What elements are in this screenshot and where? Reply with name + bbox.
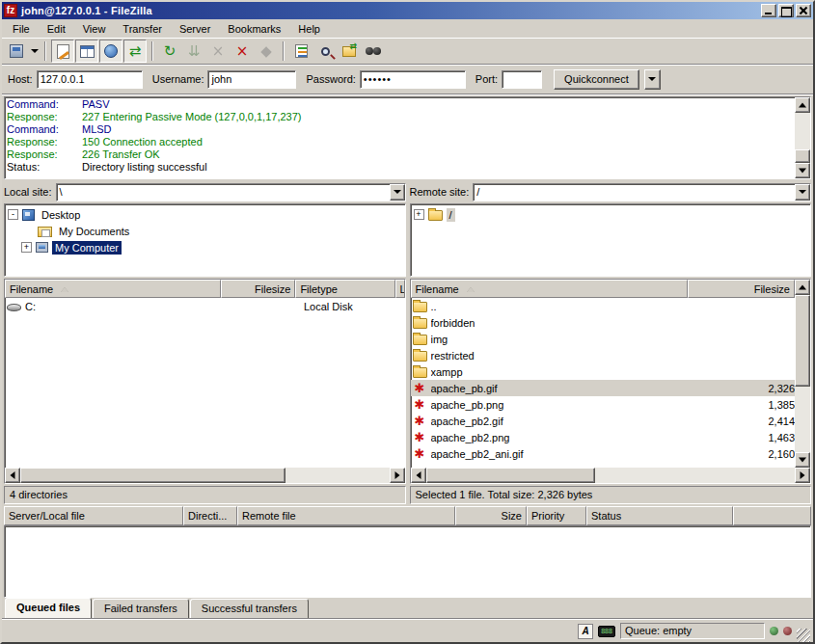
- reconnect-icon: ◆: [260, 44, 272, 59]
- tree-item-desktop[interactable]: - Desktop: [8, 206, 404, 223]
- menu-edit[interactable]: Edit: [39, 20, 74, 38]
- image-file-icon: ✱: [413, 398, 427, 411]
- toggle-queue-button[interactable]: ⇄: [123, 40, 147, 63]
- scroll-down-button[interactable]: [795, 452, 810, 468]
- scroll-right-button[interactable]: [795, 468, 810, 483]
- tab-failed-transfers[interactable]: Failed transfers: [93, 599, 189, 619]
- toggle-remote-tree-button[interactable]: [99, 40, 122, 63]
- quickconnect-bar: Host: Username: Password: Port: Quickcon…: [2, 65, 813, 94]
- disconnect-button[interactable]: ×: [231, 40, 254, 63]
- synchronized-browsing-button[interactable]: [362, 40, 385, 63]
- expand-icon[interactable]: +: [414, 209, 424, 220]
- scroll-down-button[interactable]: [795, 163, 810, 178]
- scroll-up-button[interactable]: [795, 280, 810, 295]
- column-header-priority[interactable]: Priority: [527, 506, 586, 525]
- scroll-thumb[interactable]: [795, 295, 810, 387]
- folder-icon: [428, 210, 443, 221]
- password-input[interactable]: [360, 70, 466, 89]
- site-manager-dropdown[interactable]: [29, 40, 40, 62]
- scroll-thumb[interactable]: [426, 468, 596, 483]
- column-header-size[interactable]: Size: [455, 506, 527, 525]
- local-site-combobox[interactable]: \: [56, 183, 406, 201]
- file-row[interactable]: img: [411, 331, 796, 347]
- column-header-filetype[interactable]: Filetype: [295, 280, 394, 298]
- column-header-direction[interactable]: Directi...: [183, 506, 237, 525]
- quickconnect-button[interactable]: Quickconnect: [554, 69, 639, 90]
- remote-status-text: Selected 1 file. Total size: 2,326 bytes: [410, 486, 812, 504]
- scroll-right-button[interactable]: [390, 468, 405, 483]
- local-horizontal-scrollbar[interactable]: [5, 468, 405, 483]
- file-row[interactable]: forbidden: [411, 314, 796, 331]
- file-row[interactable]: ✱apache_pb.png1,385: [411, 396, 796, 413]
- menu-transfer[interactable]: Transfer: [114, 20, 171, 38]
- my-computer-icon: [36, 242, 48, 253]
- transfer-type-icon[interactable]: A: [578, 624, 593, 639]
- file-row-selected[interactable]: ✱apache_pb.gif2,326: [411, 380, 796, 396]
- minimize-button[interactable]: [761, 4, 776, 17]
- column-header-filesize[interactable]: Filesize: [688, 280, 796, 298]
- column-header-last-modified[interactable]: L: [395, 280, 405, 298]
- scroll-left-button[interactable]: [411, 468, 426, 483]
- tab-successful-transfers[interactable]: Successful transfers: [190, 599, 309, 619]
- menu-bookmarks[interactable]: Bookmarks: [219, 20, 289, 38]
- remote-site-combobox[interactable]: /: [473, 183, 811, 201]
- directory-comparison-button[interactable]: [338, 40, 361, 63]
- scroll-thumb[interactable]: [795, 149, 810, 163]
- tab-queued-files[interactable]: Queued files: [5, 598, 92, 619]
- scroll-thumb[interactable]: [20, 468, 285, 483]
- log-scrollbar[interactable]: [795, 97, 810, 178]
- host-input[interactable]: [37, 70, 143, 89]
- titlebar[interactable]: fz john@127.0.0.1 - FileZilla: [2, 2, 813, 19]
- search-button[interactable]: [313, 40, 337, 63]
- column-header-status[interactable]: Status: [586, 506, 733, 525]
- port-input[interactable]: [502, 70, 542, 89]
- cancel-operation-button[interactable]: ×: [206, 40, 230, 63]
- column-header-remote-file[interactable]: Remote file: [237, 506, 455, 525]
- speed-limit-icon[interactable]: 888: [598, 626, 615, 637]
- chevron-down-icon[interactable]: [390, 184, 405, 201]
- file-row[interactable]: ✱apache_pb2.png1,463: [411, 429, 796, 445]
- refresh-button[interactable]: ↻: [158, 40, 181, 63]
- tree-item-root[interactable]: + /: [414, 206, 810, 223]
- file-row[interactable]: xampp: [411, 363, 796, 380]
- transfer-queue-icon: ⇄: [129, 44, 142, 59]
- column-header-server-local-file[interactable]: Server/Local file: [4, 506, 183, 525]
- tree-item-my-computer[interactable]: + My Computer: [21, 239, 404, 255]
- tree-item-my-documents[interactable]: My Documents: [23, 223, 404, 239]
- scroll-up-button[interactable]: [795, 97, 810, 113]
- resize-grip[interactable]: [797, 629, 810, 642]
- remote-site-label: Remote site:: [410, 186, 470, 198]
- scroll-left-button[interactable]: [5, 468, 20, 483]
- column-header-filesize[interactable]: Filesize: [221, 280, 295, 298]
- toggle-message-log-button[interactable]: [51, 40, 74, 63]
- remote-horizontal-scrollbar[interactable]: [411, 468, 811, 483]
- menu-view[interactable]: View: [74, 20, 115, 38]
- file-row[interactable]: ✱apache_pb2_ani.gif2,160: [411, 445, 796, 462]
- column-header-filename[interactable]: Filename: [5, 280, 221, 298]
- toggle-local-tree-button[interactable]: [75, 40, 98, 63]
- menu-help[interactable]: Help: [289, 20, 329, 38]
- log-line: Response:226 Transfer OK: [7, 148, 793, 161]
- site-manager-button[interactable]: [5, 40, 28, 63]
- column-header-filename[interactable]: Filename: [411, 280, 688, 298]
- file-row[interactable]: restricted: [411, 347, 796, 363]
- collapse-icon[interactable]: -: [8, 209, 18, 220]
- username-input[interactable]: [207, 70, 296, 89]
- file-row[interactable]: ..: [411, 298, 796, 314]
- maximize-button[interactable]: [778, 4, 794, 17]
- menu-server[interactable]: Server: [171, 20, 219, 38]
- reconnect-button[interactable]: ◆: [255, 40, 278, 63]
- log-line: Command:MLSD: [7, 123, 793, 136]
- folder-icon: [413, 335, 427, 345]
- remote-vertical-scrollbar[interactable]: [795, 280, 810, 468]
- chevron-down-icon[interactable]: [795, 184, 810, 201]
- close-button[interactable]: [796, 4, 811, 17]
- file-row-c-drive[interactable]: C: Local Disk: [5, 298, 405, 314]
- queue-list-area[interactable]: [4, 525, 811, 598]
- process-queue-button[interactable]: ⇊: [182, 40, 205, 63]
- filter-button[interactable]: [289, 40, 312, 63]
- expand-icon[interactable]: +: [21, 242, 32, 253]
- file-row[interactable]: ✱apache_pb2.gif2,414: [411, 413, 796, 429]
- quickconnect-dropdown[interactable]: [644, 69, 661, 90]
- menu-file[interactable]: File: [4, 20, 39, 38]
